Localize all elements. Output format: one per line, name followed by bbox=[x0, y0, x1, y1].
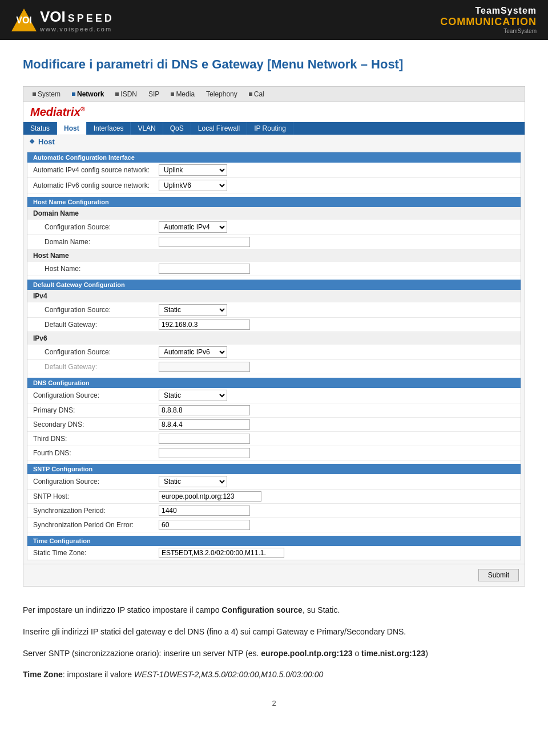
host-name-row: Host Name: bbox=[27, 262, 521, 276]
sntp-host-value[interactable] bbox=[159, 491, 515, 502]
nav-item-isdn[interactable]: ISDN bbox=[111, 89, 142, 99]
host-name-value[interactable] bbox=[159, 264, 515, 274]
hostname-config-header: Host Name Configuration bbox=[27, 197, 521, 207]
auto-ipv6-select[interactable]: UplinkV6 bbox=[159, 180, 227, 191]
dns-config-header: DNS Configuration bbox=[27, 378, 521, 388]
gateway-config-header: Default Gateway Configuration bbox=[27, 280, 521, 290]
sync-period-error-input[interactable] bbox=[159, 520, 250, 530]
timezone-label: Static Time Zone: bbox=[33, 549, 159, 557]
domain-config-source-value[interactable]: Automatic IPv4 bbox=[159, 221, 515, 233]
page-header: VOI VOI SPEED www.voispeed.com TeamSyste… bbox=[0, 0, 548, 40]
gw-ipv4-label: Default Gateway: bbox=[33, 321, 159, 329]
instruction-para3-mid: o bbox=[353, 649, 362, 658]
domain-name-value[interactable] bbox=[159, 237, 515, 247]
nav-dot-cal bbox=[249, 92, 252, 96]
nav-item-media[interactable]: Media bbox=[166, 89, 199, 99]
fourth-dns-value[interactable] bbox=[159, 448, 515, 458]
ipv6-subheader: IPv6 bbox=[27, 332, 521, 345]
gw-ipv4-config-source-value[interactable]: Static bbox=[159, 304, 515, 316]
nav-item-telephony[interactable]: Telephony bbox=[202, 89, 242, 99]
third-dns-input[interactable] bbox=[159, 434, 250, 444]
time-config-header: Time Configuration bbox=[27, 536, 521, 546]
nav-bar: System Network ISDN SIP Media Telephony bbox=[23, 87, 525, 102]
nav-dot-media bbox=[171, 92, 174, 96]
nav-item-sip[interactable]: SIP bbox=[144, 89, 164, 99]
timezone-value[interactable] bbox=[159, 548, 515, 558]
gw-ipv6-config-source-label: Configuration Source: bbox=[33, 348, 159, 356]
auto-ipv4-select[interactable]: Uplink bbox=[159, 164, 227, 176]
third-dns-row: Third DNS: bbox=[27, 432, 521, 446]
logo-speed: SPEED bbox=[68, 13, 114, 25]
ts-main-text: TeamSystem bbox=[440, 6, 537, 16]
dns-config-source-select[interactable]: Static bbox=[159, 390, 227, 401]
secondary-dns-input[interactable] bbox=[159, 419, 250, 430]
host-name-input[interactable] bbox=[159, 264, 250, 274]
instruction-para1-prefix: Per impostare un indirizzo IP statico im… bbox=[23, 605, 221, 614]
domain-name-header: Domain Name bbox=[27, 207, 521, 220]
secondary-dns-value[interactable] bbox=[159, 419, 515, 430]
instruction-para3: Server SNTP (sincronizzazione orario): i… bbox=[23, 647, 525, 661]
auto-ipv6-value[interactable]: UplinkV6 bbox=[159, 180, 515, 191]
page-number: 2 bbox=[23, 699, 525, 708]
tab-ip-routing[interactable]: IP Routing bbox=[247, 122, 293, 135]
dns-config-source-row: Configuration Source: Static bbox=[27, 388, 521, 403]
domain-config-source-select[interactable]: Automatic IPv4 bbox=[159, 221, 227, 233]
gw-ipv6-value[interactable] bbox=[159, 362, 515, 372]
domain-name-input[interactable] bbox=[159, 237, 250, 247]
instruction-para1: Per impostare un indirizzo IP statico im… bbox=[23, 604, 525, 617]
nav-item-cal[interactable]: Cal bbox=[244, 89, 269, 99]
ts-comm-text: COMMUNICATION bbox=[440, 16, 537, 28]
ts-sub-text: TeamSystem bbox=[440, 28, 537, 34]
sync-period-value[interactable] bbox=[159, 506, 515, 516]
timezone-input[interactable] bbox=[159, 548, 284, 558]
sync-period-error-label: Synchronization Period On Error: bbox=[33, 521, 159, 529]
primary-dns-input[interactable] bbox=[159, 405, 250, 415]
logo-voi: VOI bbox=[40, 8, 66, 26]
fourth-dns-input[interactable] bbox=[159, 448, 250, 458]
nav-item-network[interactable]: Network bbox=[67, 89, 108, 99]
gw-ipv4-config-source-select[interactable]: Static bbox=[159, 304, 227, 316]
dns-config-source-value[interactable]: Static bbox=[159, 390, 515, 401]
nav-item-system[interactable]: System bbox=[28, 89, 65, 99]
instruction-para2: Inserire gli indirizzi IP statici del ga… bbox=[23, 625, 525, 639]
gw-ipv6-config-source-value[interactable]: Automatic IPv6 bbox=[159, 346, 515, 358]
tab-status[interactable]: Status bbox=[23, 122, 57, 135]
auto-ipv4-value[interactable]: Uplink bbox=[159, 164, 515, 176]
sync-period-error-value[interactable] bbox=[159, 520, 515, 530]
instruction-para1-bold: Configuration source bbox=[221, 605, 303, 614]
page-content: Modificare i parametri di DNS e Gateway … bbox=[0, 40, 548, 725]
gw-ipv6-input[interactable] bbox=[159, 362, 250, 372]
tab-interfaces[interactable]: Interfaces bbox=[87, 122, 131, 135]
gw-ipv4-value[interactable] bbox=[159, 320, 515, 330]
submit-button[interactable]: Submit bbox=[478, 569, 519, 581]
sync-period-row: Synchronization Period: bbox=[27, 504, 521, 518]
sync-period-label: Synchronization Period: bbox=[33, 507, 159, 515]
sntp-config-source-value[interactable]: Static bbox=[159, 476, 515, 487]
page-title: Modificare i parametri di DNS e Gateway … bbox=[23, 57, 525, 72]
gw-ipv6-row: Default Gateway: bbox=[27, 360, 521, 374]
primary-dns-value[interactable] bbox=[159, 405, 515, 415]
gw-ipv4-input[interactable] bbox=[159, 320, 250, 330]
tab-host[interactable]: Host bbox=[57, 122, 87, 135]
tab-vlan[interactable]: VLAN bbox=[131, 122, 163, 135]
instruction-para4: Time Zone: impostare il valore WEST-1DWE… bbox=[23, 668, 525, 682]
sync-period-input[interactable] bbox=[159, 506, 250, 516]
nav-dot-system bbox=[33, 92, 36, 96]
tab-qos[interactable]: QoS bbox=[163, 122, 191, 135]
instruction-para4-italic: WEST-1DWEST-2,M3.5.0/02:00:00,M10.5.0/03… bbox=[134, 670, 323, 679]
sntp-config-source-select[interactable]: Static bbox=[159, 476, 227, 487]
secondary-dns-label: Secondary DNS: bbox=[33, 421, 159, 428]
gw-ipv6-config-source-select[interactable]: Automatic IPv6 bbox=[159, 346, 227, 358]
instruction-para4-prefix: Time Zone bbox=[23, 670, 63, 679]
auto-config-header: Automatic Configuration Interface bbox=[27, 152, 521, 163]
auto-ipv6-label: Automatic IPv6 config source network: bbox=[33, 181, 159, 189]
sntp-host-input[interactable] bbox=[159, 491, 261, 502]
auto-ipv4-row: Automatic IPv4 config source network: Up… bbox=[27, 163, 521, 178]
dns-config-source-label: Configuration Source: bbox=[33, 391, 159, 399]
host-name-subheader: Host Name bbox=[27, 249, 521, 262]
third-dns-value[interactable] bbox=[159, 434, 515, 444]
tab-local-firewall[interactable]: Local Firewall bbox=[191, 122, 247, 135]
submit-row: Submit bbox=[23, 564, 525, 586]
logo-url: www.voispeed.com bbox=[40, 26, 114, 33]
sntp-config-source-label: Configuration Source: bbox=[33, 478, 159, 486]
